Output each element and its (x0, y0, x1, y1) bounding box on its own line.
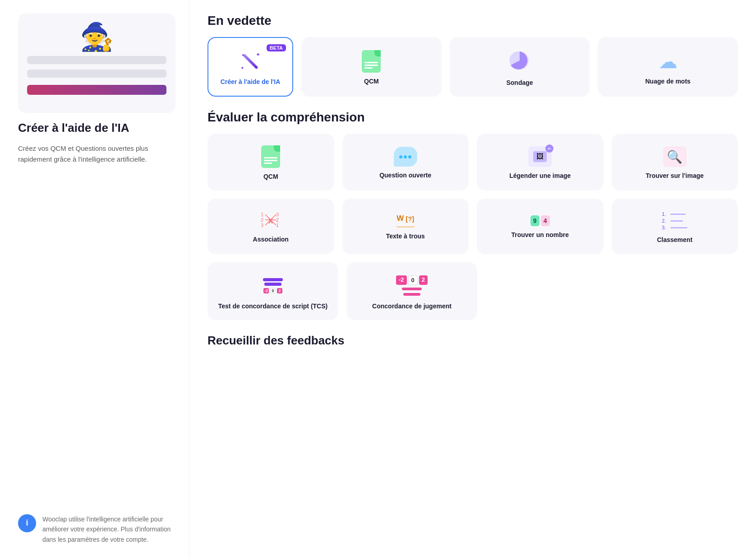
card-legender-label: Légender une image (509, 172, 571, 180)
featured-cards-row: BETA ✦ ✦ ✦ Créer à l'aide de l'IA QCM (207, 37, 738, 97)
right-panel: En vedette BETA ✦ ✦ ✦ Créer à l'aide de … (189, 0, 756, 558)
card-qcm-featured[interactable]: QCM (301, 37, 442, 97)
beta-badge: BETA (267, 44, 286, 51)
legender-icon: 🖼 ✏ (528, 146, 552, 167)
info-box: i Wooclap utilise l'intelligence artific… (18, 501, 175, 544)
card-texte-trous-label: Texte à trous (386, 232, 425, 240)
card-concordance[interactable]: -2 0 2 Concordance de jugement (346, 262, 477, 320)
preview-bar-2 (27, 70, 166, 78)
info-text: Wooclap utilise l'intelligence artificie… (42, 514, 175, 544)
card-classement-label: Classement (657, 236, 692, 244)
feedbacks-section-title: Recueillir des feedbacks (207, 334, 738, 348)
card-classement[interactable]: 1. 2. 3. Classement (612, 199, 738, 254)
card-question-ouverte-label: Question ouverte (379, 171, 431, 179)
evaluer-row-1: QCM Question ouverte 🖼 ✏ Légender une im… (207, 134, 738, 191)
preview-bar-1 (27, 56, 166, 64)
card-qcm[interactable]: QCM (207, 134, 334, 191)
card-qcm-label: QCM (263, 172, 278, 181)
card-texte-trous[interactable]: W [?] Texte à trous (342, 199, 469, 254)
card-trouver-image-label: Trouver sur l'image (645, 172, 704, 180)
classement-icon: 1. 2. 3. (661, 210, 688, 231)
left-description: Créez vos QCM et Questions ouvertes plus… (18, 143, 175, 165)
svg-text:2: 2 (276, 217, 279, 223)
evaluer-row-2: 1 2 3 3 2 1 Association (207, 199, 738, 254)
svg-text:3: 3 (276, 212, 279, 217)
card-trouver-nombre[interactable]: 9 4 Trouver un nombre (477, 199, 604, 254)
card-nuage-label: Nuage de mots (645, 77, 691, 85)
card-association[interactable]: 1 2 3 3 2 1 Association (207, 199, 334, 254)
svg-text:3: 3 (261, 223, 263, 228)
card-trouver-nombre-label: Trouver un nombre (511, 231, 569, 239)
card-sondage-label: Sondage (506, 79, 533, 87)
card-ai-label: Créer à l'aide de l'IA (221, 78, 281, 86)
concordance-icon: -2 0 2 (400, 274, 424, 298)
featured-section-title: En vedette (207, 14, 738, 28)
tcs-icon: -2 0 2 (261, 274, 285, 298)
texte-trous-icon: W [?] (396, 214, 415, 228)
qcm-icon (261, 145, 280, 168)
nuage-icon: ☁ (659, 51, 678, 73)
evaluer-row-3: -2 0 2 Test de concordance de script (TC… (207, 262, 496, 320)
sondage-icon (508, 49, 531, 74)
card-tcs[interactable]: -2 0 2 Test de concordance de script (TC… (207, 262, 338, 320)
left-panel: 🧙 Créer à l'aide de l'IA Créez vos QCM e… (0, 0, 189, 558)
qcm-doc-icon (362, 50, 381, 73)
card-ai-creator[interactable]: BETA ✦ ✦ ✦ Créer à l'aide de l'IA (207, 37, 293, 97)
card-legender[interactable]: 🖼 ✏ Légender une image (477, 134, 604, 191)
card-qcm-featured-label: QCM (364, 77, 379, 85)
trouver-nombre-icon: 9 4 (530, 215, 550, 226)
svg-text:2: 2 (261, 217, 263, 223)
card-trouver-image[interactable]: 🔍 Trouver sur l'image (612, 134, 738, 191)
card-association-label: Association (253, 235, 289, 243)
card-sondage[interactable]: Sondage (450, 37, 590, 97)
preview-bar-purple (27, 85, 166, 95)
preview-card: 🧙 (18, 14, 175, 113)
svg-text:1: 1 (276, 223, 279, 228)
card-tcs-label: Test de concordance de script (TCS) (218, 302, 327, 310)
ai-wand-icon: ✦ ✦ ✦ (239, 50, 262, 73)
evaluer-section-title: Évaluer la compréhension (207, 110, 738, 125)
association-icon: 1 2 3 3 2 1 (259, 211, 282, 231)
wizard-hat-icon: 🧙 (80, 23, 114, 51)
card-concordance-label: Concordance de jugement (372, 302, 452, 310)
svg-text:1: 1 (261, 212, 263, 217)
card-question-ouverte[interactable]: Question ouverte (342, 134, 469, 191)
question-ouverte-icon (394, 147, 417, 167)
trouver-image-icon: 🔍 (663, 146, 687, 167)
left-title: Créer à l'aide de l'IA (18, 121, 175, 135)
card-nuage[interactable]: ☁ Nuage de mots (598, 37, 738, 97)
info-icon: i (18, 514, 36, 532)
